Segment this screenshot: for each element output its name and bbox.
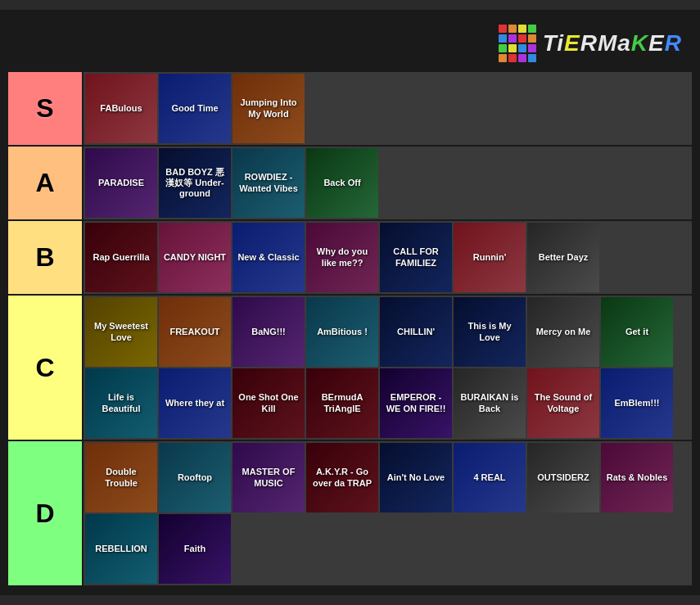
tier-item[interactable]: Ain't No Love	[380, 443, 452, 512]
item-label: ROWDIEZ - Wanted Vibes	[233, 169, 305, 196]
tier-row-B: BRap GuerrillaCANDY NIGHTNew & ClassicWh…	[8, 221, 692, 294]
tier-row-D: DDouble TroubleRooftopMASTER OF MUSICA.K…	[8, 441, 692, 585]
item-label: Life is Beautiful	[85, 389, 157, 417]
item-label: Better Dayz	[535, 249, 592, 266]
tier-item[interactable]: CHILLIN'	[380, 297, 452, 367]
item-label: EMPEROR - WE ON FIRE!!	[380, 389, 452, 417]
tier-item[interactable]: Back Off	[306, 148, 378, 218]
tier-item[interactable]: Runnin'	[454, 223, 526, 292]
tier-item[interactable]: Double Trouble	[85, 443, 157, 512]
tier-label-B: B	[8, 221, 82, 294]
item-label: CHILLIN'	[394, 323, 438, 341]
tier-item[interactable]: BURAIKAN is Back	[454, 368, 526, 438]
tiermaker-logo: TiERMaKER	[499, 25, 682, 62]
tier-item[interactable]: FABulous	[85, 74, 157, 143]
item-label: Get it	[622, 323, 652, 341]
tier-items-A: PARADISEBAD BOYZ 悪漢奴等 Under-groundROWDIE…	[84, 147, 692, 219]
tier-item[interactable]: This is My Love	[454, 297, 526, 367]
item-label: PARADISE	[95, 174, 147, 192]
tier-label-C: C	[8, 296, 82, 440]
tier-item[interactable]: One Shot One Kill	[233, 368, 305, 438]
item-label: BaNG!!!	[248, 323, 289, 341]
tier-item[interactable]: The Sound of Voltage	[527, 368, 599, 438]
tier-item[interactable]: OUTSIDERZ	[527, 443, 599, 512]
item-label: 4 REAL	[470, 469, 508, 486]
tier-item[interactable]: Where they at	[159, 368, 231, 438]
tier-items-D: Double TroubleRooftopMASTER OF MUSICA.K.…	[84, 441, 692, 585]
tier-item[interactable]: Faith	[159, 514, 231, 584]
tier-label-S: S	[8, 72, 82, 145]
item-label: EmBlem!!!	[611, 395, 662, 412]
item-label: Where they at	[162, 395, 228, 412]
tier-item[interactable]: BAD BOYZ 悪漢奴等 Under-ground	[159, 148, 231, 218]
item-label: Ain't No Love	[384, 469, 448, 486]
tier-item[interactable]: New & Classic	[233, 223, 305, 292]
item-label: Jumping Into My World	[233, 94, 305, 122]
tier-item[interactable]: 4 REAL	[454, 443, 526, 512]
tier-item[interactable]: Rats & Nobles	[601, 443, 673, 512]
item-label: BErmudA TriAnglE	[306, 389, 378, 417]
item-label: This is My Love	[454, 318, 526, 345]
tier-item[interactable]: BaNG!!!	[233, 297, 305, 367]
item-label: Why do you like me??	[306, 243, 378, 271]
tier-item[interactable]: MASTER OF MUSIC	[233, 443, 305, 512]
item-label: Rats & Nobles	[603, 469, 671, 486]
tier-item[interactable]: Rap Guerrilla	[85, 223, 157, 292]
item-label: BURAIKAN is Back	[454, 389, 526, 417]
item-label: Rap Guerrilla	[89, 249, 152, 266]
tier-label-D: D	[8, 441, 82, 585]
tier-item[interactable]: Good Time	[159, 74, 231, 143]
tier-item[interactable]: REBELLION	[85, 514, 157, 584]
logo-grid	[499, 25, 536, 62]
item-label: Back Off	[320, 174, 364, 192]
item-label: New & Classic	[234, 249, 302, 266]
tier-items-C: My Sweetest LoveFREAKOUTBaNG!!!AmBitious…	[84, 296, 692, 440]
tier-item[interactable]: EMPEROR - WE ON FIRE!!	[380, 368, 452, 438]
item-label: The Sound of Voltage	[527, 389, 599, 417]
item-label: Mercy on Me	[533, 323, 594, 341]
item-label: CANDY NIGHT	[160, 249, 229, 266]
item-label: BAD BOYZ 悪漢奴等 Under-ground	[159, 164, 231, 203]
tier-item[interactable]: FREAKOUT	[159, 297, 231, 367]
tier-item[interactable]: Jumping Into My World	[233, 74, 305, 143]
item-label: My Sweetest Love	[85, 318, 157, 345]
item-label: Faith	[181, 540, 209, 558]
tier-item[interactable]: My Sweetest Love	[85, 297, 157, 367]
item-label: FABulous	[97, 100, 145, 117]
tier-item[interactable]: ROWDIEZ - Wanted Vibes	[233, 148, 305, 218]
item-label: A.K.Y.R - Go over da TRAP	[306, 463, 378, 491]
item-label: Double Trouble	[85, 463, 157, 491]
item-label: FREAKOUT	[166, 323, 223, 341]
tier-item[interactable]: EmBlem!!!	[601, 368, 673, 438]
item-label: Runnin'	[470, 249, 510, 266]
tier-row-C: CMy Sweetest LoveFREAKOUTBaNG!!!AmBitiou…	[8, 296, 692, 440]
tier-item[interactable]: BErmudA TriAnglE	[306, 368, 378, 438]
item-label: OUTSIDERZ	[534, 469, 593, 486]
item-label: CALL FOR FAMILIEZ	[380, 243, 452, 271]
tier-item[interactable]: CALL FOR FAMILIEZ	[380, 223, 452, 292]
tier-items-S: FABulousGood TimeJumping Into My World	[84, 72, 692, 145]
tier-item[interactable]: Get it	[601, 297, 673, 367]
tier-item[interactable]: Why do you like me??	[306, 223, 378, 292]
tier-item[interactable]: PARADISE	[85, 148, 157, 218]
item-label: REBELLION	[92, 540, 151, 558]
tier-item[interactable]: A.K.Y.R - Go over da TRAP	[306, 443, 378, 512]
tier-items-B: Rap GuerrillaCANDY NIGHTNew & ClassicWhy…	[84, 221, 692, 294]
tier-item[interactable]: CANDY NIGHT	[159, 223, 231, 292]
tier-item[interactable]: AmBitious !	[306, 297, 378, 367]
tier-item[interactable]: Better Dayz	[527, 223, 599, 292]
tier-item[interactable]: Rooftop	[159, 443, 231, 512]
tier-label-A: A	[8, 147, 82, 219]
header: TiERMaKER	[8, 18, 692, 69]
item-label: AmBitious !	[314, 323, 371, 341]
tier-item[interactable]: Life is Beautiful	[85, 368, 157, 438]
app-container: TiERMaKER SFABulousGood TimeJumping Into…	[0, 10, 700, 595]
tier-container: SFABulousGood TimeJumping Into My WorldA…	[8, 72, 692, 585]
tier-item[interactable]: Mercy on Me	[527, 297, 599, 367]
item-label: MASTER OF MUSIC	[233, 463, 305, 491]
tier-row-S: SFABulousGood TimeJumping Into My World	[8, 72, 692, 145]
item-label: One Shot One Kill	[233, 389, 305, 417]
item-label: Rooftop	[174, 469, 215, 486]
item-label: Good Time	[168, 100, 221, 117]
tier-row-A: APARADISEBAD BOYZ 悪漢奴等 Under-groundROWDI…	[8, 147, 692, 219]
